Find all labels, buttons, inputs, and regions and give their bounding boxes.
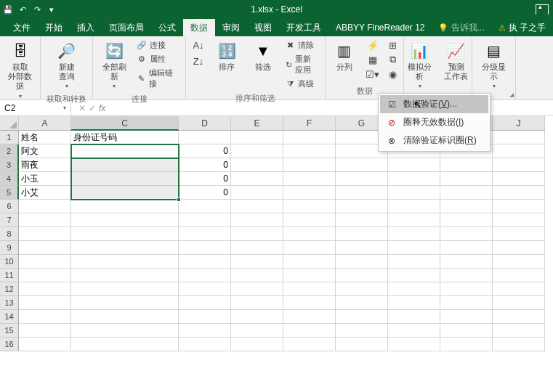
cell[interactable]: 0 (179, 186, 231, 200)
cell[interactable] (283, 213, 336, 227)
cell[interactable] (440, 241, 493, 255)
cell[interactable] (493, 269, 545, 282)
cell[interactable] (493, 338, 545, 351)
cell[interactable] (336, 186, 388, 200)
cell[interactable] (336, 200, 388, 213)
col-header[interactable]: F (283, 116, 336, 131)
cell[interactable] (388, 158, 440, 172)
cell[interactable] (440, 172, 493, 186)
cell[interactable] (283, 338, 336, 351)
cell[interactable] (179, 241, 231, 255)
cell[interactable] (231, 131, 283, 144)
select-all-corner[interactable] (0, 116, 19, 131)
cell[interactable] (71, 158, 179, 172)
text-to-columns-button[interactable]: ▥ 分列 (328, 38, 360, 75)
cell[interactable] (493, 282, 545, 296)
get-external-data-button[interactable]: 🗄 获取 外部数据 ▾ (4, 38, 36, 102)
cell[interactable]: 小艾 (19, 186, 71, 200)
col-header[interactable]: C (71, 116, 179, 131)
cell[interactable] (493, 131, 545, 144)
tab-abbyy[interactable]: ABBYY FineReader 12 (328, 19, 432, 36)
connections-button[interactable]: 🔗连接 (135, 39, 181, 52)
col-header[interactable]: J (493, 116, 545, 131)
cell[interactable] (336, 241, 388, 255)
menu-item-clear-circles[interactable]: ⊗ 清除验证标识圈(R) (380, 131, 488, 150)
cell[interactable] (71, 324, 179, 338)
cell[interactable] (231, 296, 283, 310)
edit-links-button[interactable]: ✎编辑链接 (135, 67, 181, 90)
cell[interactable] (493, 227, 545, 241)
qat-more-icon[interactable]: ▾ (47, 4, 57, 15)
cell[interactable]: 阿文 (19, 144, 71, 158)
new-query-button[interactable]: 🔎 新建 查询 ▾ (51, 38, 83, 92)
cell[interactable] (231, 227, 283, 241)
cell[interactable] (388, 186, 440, 200)
advanced-filter-button[interactable]: ⧩高级 (283, 78, 320, 90)
cell[interactable] (388, 282, 440, 296)
menu-item-data-validation[interactable]: ☑ 数据验证(V)... (380, 95, 488, 113)
cell[interactable] (179, 213, 231, 227)
tab-formulas[interactable]: 公式 (151, 19, 183, 36)
menu-item-circle-invalid[interactable]: ⊘ 圈释无效数据(I) (380, 113, 488, 131)
cell[interactable] (440, 296, 493, 310)
outline-button[interactable]: ▤ 分级显示 ▾ (477, 38, 511, 92)
col-header[interactable]: A (19, 116, 71, 131)
cell[interactable] (19, 227, 71, 241)
tab-data[interactable]: 数据 (183, 19, 215, 36)
user-label[interactable]: ⚠ 执 子之手 (498, 22, 546, 34)
cell[interactable] (440, 158, 493, 172)
cell[interactable] (71, 227, 179, 241)
cell[interactable] (440, 282, 493, 296)
cell[interactable] (336, 338, 388, 351)
cell[interactable] (19, 282, 71, 296)
refresh-all-button[interactable]: 🔄 全部刷新 ▾ (97, 38, 131, 92)
cell[interactable] (283, 241, 336, 255)
cell[interactable] (19, 255, 71, 269)
cell[interactable] (440, 200, 493, 213)
cell[interactable] (231, 310, 283, 324)
tab-home[interactable]: 开始 (38, 19, 70, 36)
cell[interactable] (71, 241, 179, 255)
cell[interactable] (336, 296, 388, 310)
cell[interactable] (440, 269, 493, 282)
cell[interactable] (388, 241, 440, 255)
relationships-button[interactable]: ⧉ (385, 52, 401, 67)
row-header[interactable]: 7 (0, 213, 19, 227)
cell[interactable] (440, 255, 493, 269)
cell[interactable] (283, 186, 336, 200)
cell[interactable] (231, 338, 283, 351)
row-header[interactable]: 15 (0, 324, 19, 338)
save-icon[interactable]: 💾 (3, 4, 13, 15)
cell[interactable] (440, 338, 493, 351)
sort-desc-button[interactable]: Z↓ (190, 54, 206, 68)
tab-insert[interactable]: 插入 (70, 19, 102, 36)
cell[interactable] (231, 269, 283, 282)
cell[interactable] (493, 186, 545, 200)
cell[interactable] (179, 269, 231, 282)
cell[interactable] (179, 296, 231, 310)
cell[interactable] (231, 282, 283, 296)
cell[interactable] (283, 255, 336, 269)
row-header[interactable]: 2 (0, 144, 19, 158)
cell[interactable] (440, 310, 493, 324)
cell[interactable]: 姓名 (19, 131, 71, 144)
cell[interactable] (71, 213, 179, 227)
cell[interactable] (336, 227, 388, 241)
cell[interactable] (388, 296, 440, 310)
cell[interactable] (493, 200, 545, 213)
data-validation-button[interactable]: ☑▾ (365, 67, 381, 81)
cell[interactable] (440, 227, 493, 241)
row-header[interactable]: 12 (0, 282, 19, 296)
cell[interactable] (71, 255, 179, 269)
filter-button[interactable]: ▼ 筛选 (247, 38, 279, 75)
cell[interactable] (336, 213, 388, 227)
tab-dev[interactable]: 开发工具 (279, 19, 328, 36)
row-header[interactable]: 1 (0, 131, 19, 144)
cell[interactable] (179, 255, 231, 269)
cell[interactable] (179, 338, 231, 351)
cell[interactable] (493, 158, 545, 172)
cell[interactable] (493, 213, 545, 227)
row-header[interactable]: 9 (0, 241, 19, 255)
cell[interactable] (71, 296, 179, 310)
tab-view[interactable]: 视图 (247, 19, 279, 36)
